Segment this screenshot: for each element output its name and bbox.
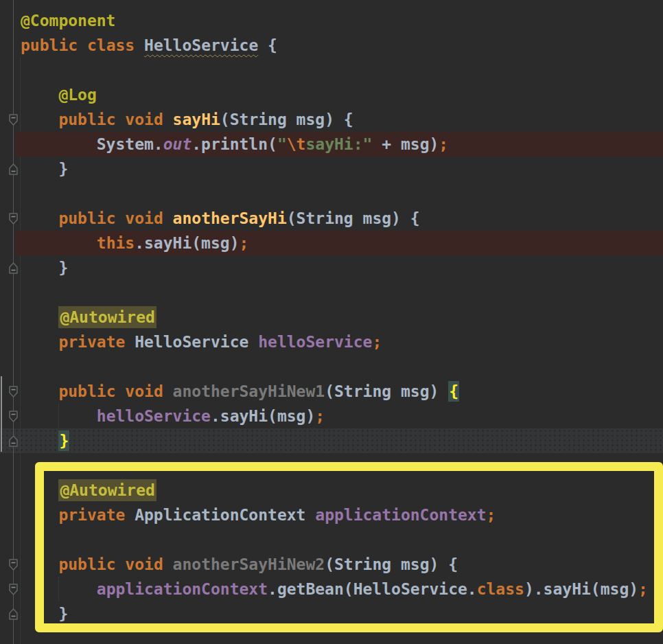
code-token: void [125, 209, 163, 227]
code-token [21, 333, 58, 351]
code-line[interactable]: private ApplicationContext applicationCo… [15, 503, 663, 527]
code-token: ; [638, 580, 648, 598]
code-token: ; [487, 506, 496, 524]
method-scope-indicator [1, 376, 2, 452]
code-token: @Autowired [58, 306, 156, 328]
code-line[interactable] [15, 58, 663, 82]
code-token [21, 234, 97, 252]
code-token [21, 580, 97, 598]
code-line[interactable] [15, 181, 663, 206]
code-token [21, 506, 58, 524]
code-line[interactable]: } [15, 255, 663, 280]
code-line[interactable]: } [15, 601, 663, 626]
code-line[interactable]: applicationContext.getBean(HelloService.… [15, 577, 663, 601]
code-token: ; [439, 135, 448, 153]
code-line[interactable]: @Autowired [15, 305, 663, 330]
code-token: .sayHi(msg) [211, 407, 315, 425]
code-token: .getBean(HelloService. [268, 580, 477, 598]
code-token: public [21, 36, 78, 54]
code-line[interactable]: this.sayHi(msg); [15, 231, 663, 255]
code-token [21, 382, 58, 400]
code-token: void [125, 111, 163, 128]
code-line[interactable]: public void anotherSayHiNew1(String msg)… [15, 379, 663, 404]
code-token: .println( [191, 135, 277, 153]
code-token: .sayHi(msg) [135, 234, 239, 252]
code-token: private [58, 506, 125, 524]
code-token: HelloService [125, 333, 258, 351]
code-token: } [58, 430, 69, 451]
code-line[interactable]: } [15, 428, 663, 453]
code-line[interactable] [15, 354, 663, 379]
code-token: \t [287, 135, 306, 153]
code-token: } [21, 160, 68, 178]
code-token: applicationContext [97, 580, 268, 598]
code-token [21, 407, 97, 425]
code-line[interactable]: @Component [15, 8, 663, 33]
code-line[interactable]: @Autowired [15, 478, 663, 503]
code-token: @Log [58, 86, 96, 104]
code-token: ; [372, 333, 382, 351]
code-line[interactable]: public void anotherSayHiNew2(String msg)… [15, 552, 663, 577]
code-token: } [21, 259, 68, 277]
code-token: } [21, 605, 68, 623]
code-token [21, 86, 58, 104]
code-token: @Component [21, 12, 115, 30]
code-token: anotherSayHi [173, 209, 287, 227]
code-token: helloService [97, 407, 211, 425]
code-token [115, 111, 125, 128]
code-token [21, 432, 58, 450]
code-token [21, 308, 58, 326]
code-token [21, 555, 58, 573]
code-line[interactable] [15, 280, 663, 305]
code-token: ).sayHi(msg) [524, 580, 638, 598]
code-token: (String msg) [325, 382, 448, 400]
code-token: anotherSayHiNew1 [173, 382, 325, 400]
code-token [21, 209, 58, 227]
code-token: sayHi:" [305, 135, 372, 153]
code-token: (String msg) { [220, 111, 353, 128]
code-line[interactable] [15, 527, 663, 552]
code-line[interactable]: private HelloService helloService; [15, 330, 663, 354]
code-line[interactable]: public void anotherSayHi(String msg) { [15, 206, 663, 231]
code-token: " [277, 135, 287, 153]
code-line[interactable]: public class HelloService { [15, 33, 663, 58]
code-token: public [58, 555, 115, 573]
code-token: @Autowired [58, 479, 156, 501]
code-token: void [125, 555, 163, 573]
code-token: public [58, 111, 115, 128]
code-line[interactable]: } [15, 157, 663, 181]
code-token: class [477, 580, 524, 598]
code-area[interactable]: @Componentpublic class HelloService { @L… [15, 8, 663, 644]
code-token: out [163, 135, 192, 153]
code-token: public [58, 209, 115, 227]
code-token: { [448, 381, 459, 402]
code-token [115, 382, 125, 400]
code-token: ; [315, 407, 325, 425]
code-token [163, 111, 173, 128]
code-line[interactable]: @Log [15, 82, 663, 107]
code-token: (String msg) { [287, 209, 420, 227]
code-token: applicationContext [315, 506, 486, 524]
code-token: helloService [258, 333, 372, 351]
code-token [78, 36, 87, 54]
code-token: public [58, 382, 115, 400]
code-token: private [58, 333, 125, 351]
gutter-fold-line [13, 0, 14, 644]
code-token: (String msg) { [325, 555, 458, 573]
code-token: System. [21, 135, 163, 153]
code-line[interactable]: System.out.println("\tsayHi:" + msg); [15, 132, 663, 157]
code-line[interactable]: public void sayHi(String msg) { [15, 107, 663, 132]
code-token: class [87, 36, 135, 54]
code-token [21, 111, 58, 128]
code-line[interactable]: helloService.sayHi(msg); [15, 404, 663, 428]
code-token: void [125, 382, 163, 400]
code-token [135, 36, 144, 54]
code-editor[interactable]: @Componentpublic class HelloService { @L… [0, 0, 663, 644]
code-token [163, 382, 173, 400]
code-token [163, 555, 173, 573]
code-line[interactable] [15, 453, 663, 478]
code-token [21, 481, 58, 499]
code-token [163, 209, 173, 227]
code-line[interactable] [15, 626, 663, 644]
code-token: HelloService [144, 36, 258, 54]
